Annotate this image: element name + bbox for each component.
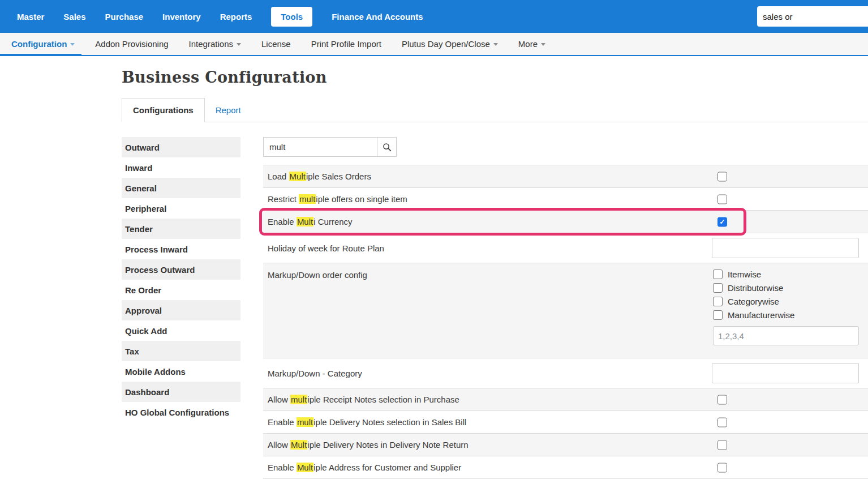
page-title: Business Configuration <box>122 69 868 86</box>
option-group: ItemwiseDistributorwiseCategorywiseManuf… <box>713 270 859 345</box>
sidebar-item-tax[interactable]: Tax <box>122 341 240 361</box>
search-match-highlight: Mult <box>297 463 313 472</box>
sidebar-item-process-inward[interactable]: Process Inward <box>122 239 240 259</box>
setting-row-markup-down-category: Markup/Down - Category <box>263 358 868 388</box>
configuration-category-sidebar: OutwardInwardGeneralPeripheralTenderProc… <box>122 137 240 479</box>
setting-checkbox[interactable] <box>717 417 727 427</box>
global-search <box>757 6 868 27</box>
settings-list: Load Multiple Sales OrdersRestrict multi… <box>263 165 868 479</box>
setting-label: Enable Multi Currency <box>268 217 353 226</box>
setting-label: Enable Multiple Address for Customer and… <box>268 463 461 472</box>
subnav-item-label: Configuration <box>11 39 67 49</box>
topnav-item-inventory[interactable]: Inventory <box>162 7 201 27</box>
topnav-item-purchase[interactable]: Purchase <box>105 7 144 27</box>
sidebar-item-tender[interactable]: Tender <box>122 219 240 239</box>
subnav-item-integrations[interactable]: Integrations <box>189 33 241 55</box>
global-search-input[interactable] <box>757 6 868 27</box>
settings-panel: Load Multiple Sales OrdersRestrict multi… <box>263 137 868 479</box>
setting-row-markup-down-order-config: Markup/Down order configItemwiseDistribu… <box>263 263 868 358</box>
sidebar-item-dashboard[interactable]: Dashboard <box>122 382 240 402</box>
sidebar-item-quick-add[interactable]: Quick Add <box>122 320 240 341</box>
sidebar-item-approval[interactable]: Approval <box>122 300 240 320</box>
subnav-item-label: More <box>518 39 538 49</box>
setting-checkbox[interactable] <box>717 194 727 204</box>
sidebar-item-outward[interactable]: Outward <box>122 137 240 157</box>
subnav-item-label: Addon Provisioning <box>95 39 168 49</box>
option-distributorwise[interactable]: Distributorwise <box>713 283 859 293</box>
topnav-item-tools[interactable]: Tools <box>271 7 312 27</box>
setting-checkbox[interactable] <box>717 217 727 226</box>
option-categorywise[interactable]: Categorywise <box>713 297 859 306</box>
option-label: Categorywise <box>728 297 779 306</box>
tab-bar: ConfigurationsReport <box>122 96 868 122</box>
markup-config-input[interactable] <box>713 326 859 345</box>
chevron-down-icon <box>237 43 241 46</box>
subnav-item-license[interactable]: License <box>261 33 291 55</box>
search-match-highlight: Mult <box>289 172 306 181</box>
sidebar-item-inward[interactable]: Inward <box>122 157 240 178</box>
setting-checkbox[interactable] <box>717 172 727 181</box>
settings-search <box>263 137 868 157</box>
subnav-item-configuration[interactable]: Configuration <box>11 33 75 55</box>
subnav-item-label: License <box>261 39 291 49</box>
subnav-item-label: Integrations <box>189 39 233 49</box>
sidebar-item-process-outward[interactable]: Process Outward <box>122 259 240 280</box>
setting-row-allow-multiple-delivery-notes-in-delivery-note-return: Allow Multiple Delivery Notes in Deliver… <box>263 434 868 456</box>
search-match-highlight: Mult <box>290 440 307 450</box>
content-area: OutwardInwardGeneralPeripheralTenderProc… <box>122 137 868 479</box>
setting-checkbox[interactable] <box>717 395 727 404</box>
setting-row-enable-multiple-delivery-notes-selection-in-sales-bill: Enable multiple Delivery Notes selection… <box>263 411 868 434</box>
option-checkbox[interactable] <box>713 283 723 293</box>
search-match-highlight: mult <box>297 417 313 427</box>
option-itemwise[interactable]: Itemwise <box>713 270 859 279</box>
setting-label: Holiday of week for Route Plan <box>268 243 384 253</box>
settings-search-input[interactable] <box>263 137 377 157</box>
option-label: Itemwise <box>728 270 761 279</box>
option-checkbox[interactable] <box>713 297 723 306</box>
subnav-item-label: Print Profile Import <box>311 39 381 49</box>
option-manufacturerwise[interactable]: Manufacturerwise <box>713 310 859 320</box>
setting-checkbox[interactable] <box>717 440 727 450</box>
setting-row-enable-multiple-address-for-customer-and-supplier: Enable Multiple Address for Customer and… <box>263 456 868 479</box>
topnav-item-sales[interactable]: Sales <box>63 7 85 27</box>
tab-configurations[interactable]: Configurations <box>122 98 205 122</box>
setting-label: Allow Multiple Delivery Notes in Deliver… <box>268 440 469 450</box>
tab-report[interactable]: Report <box>205 99 252 122</box>
sidebar-item-mobile-addons[interactable]: Mobile Addons <box>122 361 240 382</box>
sidebar-item-ho-global-configurations[interactable]: HO Global Configurations <box>122 402 240 422</box>
secondary-navigation: ConfigurationAddon ProvisioningIntegrati… <box>0 33 868 56</box>
chevron-down-icon <box>541 43 545 46</box>
setting-label: Load Multiple Sales Orders <box>268 172 371 181</box>
setting-row-load-multiple-sales-orders: Load Multiple Sales Orders <box>263 165 868 188</box>
search-match-highlight: mult <box>299 194 316 204</box>
option-checkbox[interactable] <box>713 270 723 279</box>
sidebar-item-peripheral[interactable]: Peripheral <box>122 198 240 219</box>
setting-row-enable-multi-currency: Enable Multi Currency <box>263 211 868 233</box>
setting-label: Restrict multiple offers on single item <box>268 194 407 204</box>
search-icon <box>383 143 392 152</box>
topnav-item-reports[interactable]: Reports <box>220 7 252 27</box>
option-label: Manufacturerwise <box>728 310 794 320</box>
topnav-item-master[interactable]: Master <box>17 7 44 27</box>
option-checkbox[interactable] <box>713 310 723 320</box>
top-navigation-bar: MasterSalesPurchaseInventoryReportsTools… <box>0 0 868 33</box>
search-button[interactable] <box>377 137 397 157</box>
search-match-highlight: mult <box>290 395 307 404</box>
subnav-item-plutus-day-open-close[interactable]: Plutus Day Open/Close <box>402 33 498 55</box>
subnav-item-more[interactable]: More <box>518 33 545 55</box>
setting-label: Markup/Down - Category <box>268 369 362 378</box>
subnav-item-addon-provisioning[interactable]: Addon Provisioning <box>95 33 168 55</box>
sidebar-item-general[interactable]: General <box>122 178 240 198</box>
option-label: Distributorwise <box>728 283 783 293</box>
chevron-down-icon <box>493 43 498 46</box>
setting-label: Enable multiple Delivery Notes selection… <box>268 417 466 427</box>
setting-label: Allow multiple Receipt Notes selection i… <box>268 395 459 404</box>
subnav-item-print-profile-import[interactable]: Print Profile Import <box>311 33 381 55</box>
setting-text-input[interactable] <box>712 238 859 258</box>
setting-row-restrict-multiple-offers-on-single-item: Restrict multiple offers on single item <box>263 188 868 211</box>
setting-row-allow-multiple-receipt-notes-selection-in-purchase: Allow multiple Receipt Notes selection i… <box>263 388 868 411</box>
topnav-item-finance-and-accounts[interactable]: Finance And Accounts <box>332 7 423 27</box>
sidebar-item-re-order[interactable]: Re Order <box>122 280 240 300</box>
setting-checkbox[interactable] <box>717 463 727 472</box>
setting-text-input[interactable] <box>712 363 859 383</box>
